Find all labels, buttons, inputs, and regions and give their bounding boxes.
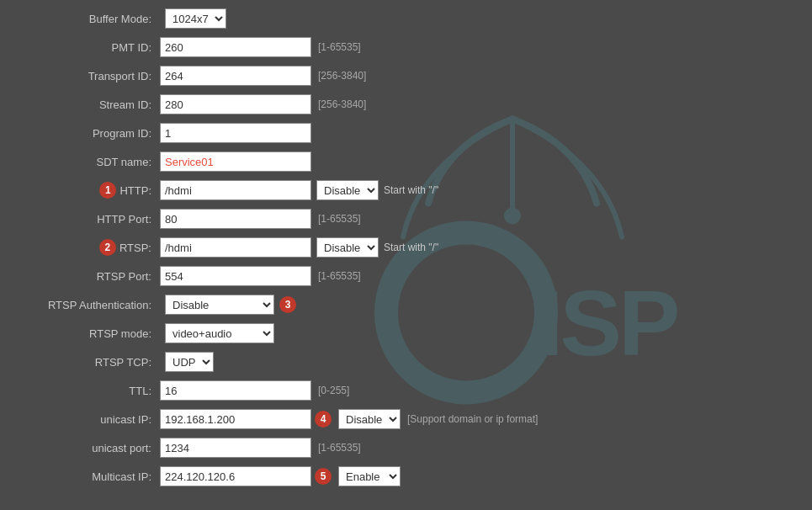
- program-id-input[interactable]: [160, 123, 311, 143]
- transport-id-row: Transport ID: [256-3840]: [17, 64, 795, 88]
- ttl-input[interactable]: [160, 380, 311, 401]
- rtsp-auth-badge: 3: [279, 296, 296, 313]
- rtsp-auth-select[interactable]: Disable Enable: [165, 295, 274, 315]
- unicast-ip-row: unicast IP: 4 Disable Enable [Support do…: [17, 407, 795, 431]
- unicast-port-row: unicast port: [1-65535]: [17, 436, 795, 460]
- pmt-id-range: [1-65535]: [318, 41, 361, 53]
- rtsp-tcp-label: RTSP TCP:: [17, 356, 160, 369]
- pmt-id-row: PMT ID: [1-65535]: [17, 35, 795, 59]
- multicast-ip-row: Multicast IP: 5 Enable Disable: [17, 465, 795, 488]
- rtsp-input[interactable]: [160, 237, 311, 258]
- buffer-mode-label: Buffer Mode:: [17, 13, 160, 25]
- rtsp-port-label: RTSP Port:: [17, 270, 160, 283]
- sdt-name-input[interactable]: [160, 151, 311, 172]
- transport-id-range: [256-3840]: [318, 70, 366, 82]
- stream-id-range: [256-3840]: [318, 98, 366, 110]
- ttl-label: TTL:: [17, 385, 160, 397]
- rtsp-port-input[interactable]: [160, 266, 311, 286]
- transport-id-label: Transport ID:: [17, 70, 160, 82]
- unicast-ip-input[interactable]: [160, 409, 311, 429]
- rtsp-row: 2 RTSP: Disable Enable Start with "/": [17, 236, 795, 259]
- rtsp-tcp-select[interactable]: UDP TCP: [165, 352, 214, 372]
- sdt-name-label: SDT name:: [17, 156, 160, 168]
- unicast-port-range: [1-65535]: [318, 442, 361, 454]
- stream-id-row: Stream ID: [256-3840]: [17, 93, 795, 116]
- rtsp-auth-row: RTSP Authentication: Disable Enable 3: [17, 293, 795, 316]
- http-port-label: HTTP Port:: [17, 213, 160, 226]
- unicast-ip-badge: 4: [315, 411, 332, 428]
- stream-id-input[interactable]: [160, 94, 311, 114]
- rtsp-auth-label: RTSP Authentication:: [17, 299, 160, 311]
- http-badge: 1: [99, 182, 116, 199]
- buffer-mode-select[interactable]: 1024x7: [165, 8, 226, 29]
- buffer-mode-row: Buffer Mode: 1024x7: [17, 7, 795, 30]
- http-port-input[interactable]: [160, 209, 311, 229]
- transport-id-input[interactable]: [160, 66, 311, 86]
- multicast-ip-select[interactable]: Enable Disable: [338, 466, 401, 486]
- pmt-id-input[interactable]: [160, 37, 311, 57]
- http-port-range: [1-65535]: [318, 213, 361, 225]
- http-row: 1 HTTP: Disable Enable Start with "/": [17, 178, 795, 202]
- rtsp-badge: 2: [99, 239, 116, 256]
- rtsp-start-with-hint: Start with "/": [384, 242, 438, 253]
- unicast-ip-hint: [Support domain or ip format]: [407, 413, 538, 425]
- unicast-ip-label: unicast IP:: [17, 413, 160, 426]
- unicast-port-input[interactable]: [160, 438, 311, 458]
- multicast-ip-label: Multicast IP:: [17, 470, 160, 483]
- ttl-row: TTL: [0-255]: [17, 379, 795, 402]
- ttl-range: [0-255]: [318, 385, 349, 396]
- rtsp-tcp-row: RTSP TCP: UDP TCP: [17, 350, 795, 374]
- multicast-ip-badge: 5: [315, 468, 332, 485]
- pmt-id-label: PMT ID:: [17, 41, 160, 54]
- http-input[interactable]: [160, 180, 311, 200]
- rtsp-mode-label: RTSP mode:: [17, 327, 160, 340]
- http-port-row: HTTP Port: [1-65535]: [17, 207, 795, 231]
- sdt-name-row: SDT name:: [17, 150, 795, 173]
- rtsp-label: 2 RTSP:: [17, 239, 160, 256]
- unicast-port-label: unicast port:: [17, 442, 160, 454]
- rtsp-mode-select[interactable]: video+audio video only audio only: [165, 323, 274, 343]
- stream-id-label: Stream ID:: [17, 98, 160, 111]
- program-id-label: Program ID:: [17, 127, 160, 140]
- http-select[interactable]: Disable Enable: [316, 180, 379, 200]
- http-label: 1 HTTP:: [17, 182, 160, 199]
- rtsp-select[interactable]: Disable Enable: [316, 237, 379, 258]
- rtsp-port-range: [1-65535]: [318, 270, 361, 282]
- rtsp-port-row: RTSP Port: [1-65535]: [17, 264, 795, 288]
- multicast-ip-input[interactable]: [160, 466, 311, 486]
- rtsp-mode-row: RTSP mode: video+audio video only audio …: [17, 321, 795, 345]
- unicast-ip-select[interactable]: Disable Enable: [338, 409, 401, 429]
- http-start-with-hint: Start with "/": [384, 184, 438, 196]
- program-id-row: Program ID:: [17, 121, 795, 145]
- form-content: Buffer Mode: 1024x7 PMT ID: [1-65535] Tr…: [0, 0, 812, 500]
